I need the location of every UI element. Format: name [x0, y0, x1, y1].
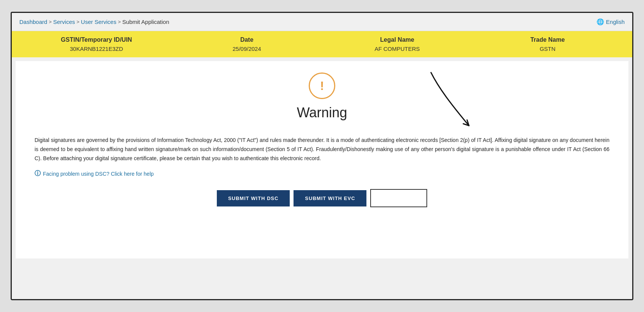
breadcrumb-user-services[interactable]: User Services [81, 19, 116, 25]
main-content: ! Warning Digital signatures are governe… [16, 61, 628, 258]
info-cell-trade-name: Trade Name GSTN [474, 36, 621, 52]
page-frame: Dashboard > Services > User Services > S… [11, 12, 633, 300]
legal-name-label: Legal Name [380, 36, 414, 43]
arrow-svg [420, 65, 503, 141]
language-selector[interactable]: 🌐 English [597, 18, 625, 25]
date-label: Date [240, 36, 254, 43]
breadcrumb-current: Submit Application [122, 19, 169, 25]
language-label: English [606, 19, 625, 25]
info-cell-gstin: GSTIN/Temporary ID/UIN 30KARNB1221E3ZD [23, 36, 170, 52]
date-value: 25/09/2024 [232, 46, 261, 52]
legal-name-value: AF COMPUTERS [374, 46, 420, 52]
gstin-value: 30KARNB1221E3ZD [70, 46, 123, 52]
submit-evc-button[interactable]: SUBMIT WITH EVC [294, 190, 366, 206]
breadcrumb-sep-3: > [118, 19, 121, 25]
breadcrumb: Dashboard > Services > User Services > S… [19, 19, 169, 25]
breadcrumb-bar: Dashboard > Services > User Services > S… [12, 13, 632, 31]
warning-visual: ! Warning [35, 72, 609, 128]
help-link-row: ⓘ Facing problem using DSC? Click here f… [35, 170, 609, 178]
dsc-help-link[interactable]: Facing problem using DSC? Click here for… [43, 171, 154, 177]
info-circle-icon: ⓘ [35, 170, 41, 178]
breadcrumb-sep-2: > [77, 19, 80, 25]
submit-dsc-button[interactable]: SUBMIT WITH DSC [217, 190, 290, 206]
trade-name-label: Trade Name [530, 36, 565, 43]
trade-name-value: GSTN [540, 46, 556, 52]
exclamation-icon: ! [320, 80, 324, 92]
warning-circle: ! [309, 72, 335, 99]
warning-body: Digital signatures are governed by the p… [35, 136, 609, 163]
gstin-label: GSTIN/Temporary ID/UIN [61, 36, 132, 43]
empty-button[interactable] [370, 189, 427, 207]
info-bar: GSTIN/Temporary ID/UIN 30KARNB1221E3ZD D… [12, 31, 632, 57]
breadcrumb-dashboard[interactable]: Dashboard [19, 19, 47, 25]
buttons-row: SUBMIT WITH DSC SUBMIT WITH EVC [35, 189, 609, 207]
info-cell-date: Date 25/09/2024 [174, 36, 320, 52]
info-cell-legal-name: Legal Name AF COMPUTERS [324, 36, 470, 52]
warning-title: Warning [297, 105, 347, 121]
breadcrumb-services[interactable]: Services [53, 19, 75, 25]
globe-icon: 🌐 [597, 18, 604, 25]
breadcrumb-sep-1: > [49, 19, 52, 25]
